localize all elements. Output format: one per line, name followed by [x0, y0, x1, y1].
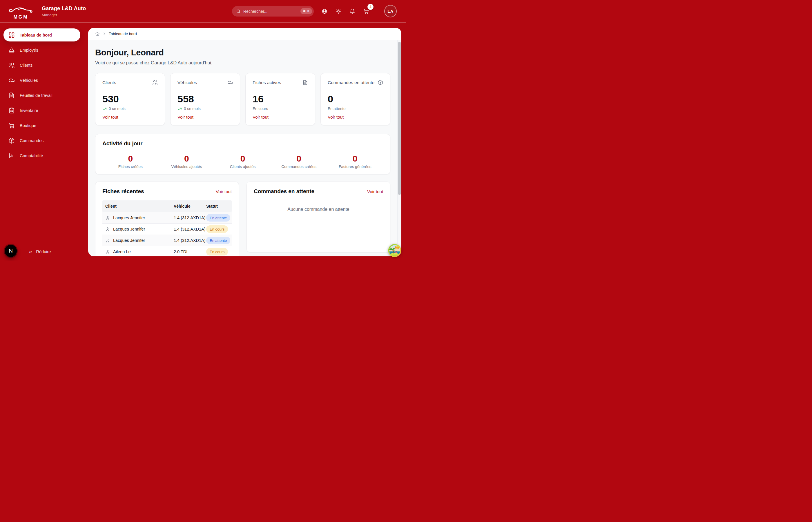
stat-card-value: 530: [102, 93, 158, 104]
search-bar[interactable]: ⌘ K: [232, 6, 314, 17]
activity-label: Commandes créées: [271, 164, 327, 169]
activity-stat: 0 Commandes créées: [271, 154, 327, 169]
search-input[interactable]: [243, 9, 301, 14]
table-row[interactable]: Lacques Jennifer 1.4 (312.AXD1A) En atte…: [102, 212, 232, 223]
sidebar-item-label: Véhicules: [20, 78, 38, 83]
home-icon[interactable]: [95, 32, 100, 36]
breadcrumb: Tableau de bord: [88, 28, 401, 40]
activity-stat: 0 Clients ajoutés: [215, 154, 271, 169]
users-icon: [8, 62, 15, 68]
stat-card-clients: Clients 530 0 ce mois Voir tout: [95, 73, 165, 125]
sidebar-item-label: Commandes: [20, 138, 43, 143]
island-badge[interactable]: [388, 244, 401, 257]
sidebar-item-inventaire[interactable]: Inventaire: [3, 104, 80, 117]
table-row[interactable]: Lacques Jennifer 1.4 (312.AXD1A) En cour…: [102, 223, 232, 235]
package-icon: [378, 80, 383, 85]
cart-button[interactable]: 4: [361, 6, 371, 17]
sidebar-item-label: Boutique: [20, 123, 36, 128]
user-icon: [105, 238, 110, 243]
package-icon: [8, 138, 15, 144]
stat-card-title: Fiches actives: [252, 80, 281, 85]
stat-card-sub: En attente: [328, 106, 383, 112]
table-row[interactable]: Aileen Le 2.0 TDI En cours: [102, 246, 232, 256]
stat-card-trend: 0 ce mois: [184, 106, 201, 112]
language-button[interactable]: [319, 6, 330, 17]
stat-card-trend: 0 ce mois: [109, 106, 126, 112]
bell-icon: [349, 8, 355, 14]
user-icon: [105, 227, 110, 232]
activity-value: 0: [327, 154, 383, 164]
panel-body: Bonjour, Leonard Voici ce qui se passe c…: [88, 40, 401, 256]
stat-card-title: Véhicules: [178, 80, 197, 85]
sun-icon: [336, 8, 341, 14]
sidebar-item-vehicules[interactable]: Véhicules: [3, 74, 80, 87]
sidebar-item-employes[interactable]: Employés: [3, 43, 80, 57]
table-row[interactable]: Lacques Jennifer 1.4 (312.AXD1A) En atte…: [102, 235, 232, 246]
search-shortcut-badge: ⌘ K: [301, 8, 312, 14]
sidebar-item-boutique[interactable]: Boutique: [3, 119, 80, 132]
user-avatar[interactable]: LA: [384, 5, 397, 17]
stat-cards-row: Clients 530 0 ce mois Voir tout: [95, 73, 390, 125]
sidebar-item-tableau-de-bord[interactable]: Tableau de bord: [3, 28, 80, 41]
brand-logo[interactable]: MGM: [7, 3, 34, 19]
stat-card-title: Commandes en attente: [328, 80, 374, 85]
globe-icon: [322, 8, 327, 14]
activity-title: Activité du jour: [102, 140, 383, 147]
client-name: Lacques Jennifer: [113, 227, 145, 232]
empty-state-message: Aucune commande en attente: [254, 206, 383, 213]
cart-count-badge: 4: [367, 4, 373, 10]
bar-chart-icon: [8, 153, 15, 159]
activity-label: Clients ajoutés: [215, 164, 271, 169]
view-all-link[interactable]: Voir tout: [252, 115, 268, 119]
stat-card-value: 0: [328, 93, 383, 104]
vehicle-cell: 1.4 (312.AXD1A): [174, 238, 206, 243]
search-icon: [236, 9, 241, 14]
sidebar-collapse-button[interactable]: « Réduire: [29, 249, 51, 254]
brand-block: Garage L&D Auto Manager: [42, 5, 86, 17]
view-all-link[interactable]: Voir tout: [367, 189, 383, 194]
view-all-link[interactable]: Voir tout: [328, 115, 344, 119]
user-icon: [105, 249, 110, 254]
table-header-row: Client Véhicule Statut: [102, 200, 232, 212]
file-text-icon: [8, 92, 15, 99]
stat-card-sub: En cours: [252, 106, 308, 112]
sidebar-item-clients[interactable]: Clients: [3, 59, 80, 72]
notifications-button[interactable]: [347, 6, 358, 17]
recent-sheets-title: Fiches récentes: [102, 188, 144, 195]
activity-label: Véhicules ajoutés: [159, 164, 215, 169]
pending-orders-title: Commandes en attente: [254, 188, 314, 195]
client-name: Lacques Jennifer: [113, 216, 145, 220]
user-icon: [105, 216, 110, 220]
logo-text: MGM: [13, 15, 28, 19]
activity-card: Activité du jour 0 Fiches créées 0 Véhic…: [95, 134, 390, 174]
pending-orders-card: Commandes en attente Voir tout Aucune co…: [246, 182, 390, 252]
sidebar-item-commandes[interactable]: Commandes: [3, 134, 80, 147]
chevron-right-icon: [102, 32, 106, 36]
theme-toggle-button[interactable]: [333, 6, 344, 17]
view-all-link[interactable]: Voir tout: [216, 189, 232, 194]
stat-card-fiches-actives: Fiches actives 16 En cours Voir tout: [245, 73, 315, 125]
sidebar-item-comptabilite[interactable]: Comptabilité: [3, 149, 80, 162]
activity-value: 0: [215, 154, 271, 164]
hard-hat-icon: [8, 47, 15, 53]
stat-card-vehicules: Véhicules 558 0 ce mois Voir tout: [170, 73, 240, 125]
sidebar-item-label: Inventaire: [20, 108, 38, 113]
view-all-link[interactable]: Voir tout: [178, 115, 194, 119]
sidebar-item-label: Clients: [20, 63, 33, 67]
nextjs-dev-badge[interactable]: N: [5, 245, 17, 257]
sidebar-item-label: Feuilles de travail: [20, 93, 53, 98]
status-badge: En attente: [206, 237, 230, 244]
column-header-client: Client: [102, 204, 174, 208]
stat-card-value: 558: [178, 93, 233, 104]
activity-value: 0: [271, 154, 327, 164]
app-header: MGM Garage L&D Auto Manager ⌘ K: [0, 0, 406, 23]
header-actions: 4 LA: [318, 5, 397, 17]
sidebar-nav: Tableau de bord Employés Clients Véhic: [0, 23, 88, 162]
view-all-link[interactable]: Voir tout: [102, 115, 118, 119]
users-icon: [152, 80, 158, 85]
bottom-row: Fiches récentes Voir tout Client Véhicul…: [95, 182, 390, 256]
vehicle-cell: 1.4 (312.AXD1A): [174, 227, 206, 232]
sidebar-item-feuilles-de-travail[interactable]: Feuilles de travail: [3, 89, 80, 102]
scrollbar-thumb[interactable]: [398, 42, 401, 195]
scrollbar-track[interactable]: [397, 40, 401, 256]
